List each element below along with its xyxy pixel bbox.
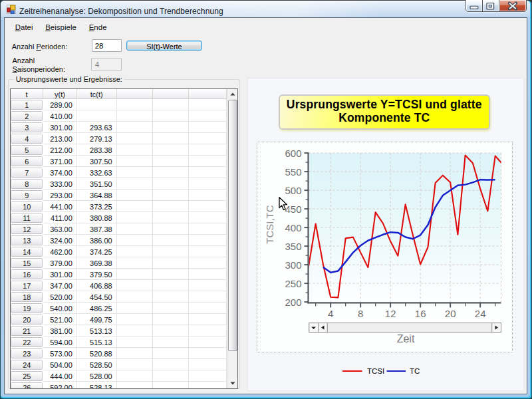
svg-text:Zeit: Zeit [397, 333, 415, 344]
svg-text:TCSI,TC: TCSI,TC [264, 205, 275, 244]
svg-text:500: 500 [285, 185, 301, 196]
svg-text:600: 600 [285, 148, 301, 159]
svg-text:350: 350 [285, 241, 301, 252]
svg-text:200: 200 [285, 297, 301, 308]
svg-text:250: 250 [285, 278, 301, 289]
svg-text:300: 300 [285, 259, 301, 271]
svg-text:550: 550 [285, 166, 301, 178]
svg-text:400: 400 [285, 222, 301, 233]
svg-text:TCSI: TCSI [367, 367, 384, 375]
svg-text:20: 20 [445, 308, 456, 319]
svg-text:TC: TC [410, 367, 420, 375]
svg-text:12: 12 [385, 308, 396, 319]
svg-text:16: 16 [415, 308, 426, 319]
svg-text:24: 24 [475, 308, 486, 319]
svg-text:8: 8 [358, 308, 363, 319]
svg-text:4: 4 [328, 308, 333, 319]
